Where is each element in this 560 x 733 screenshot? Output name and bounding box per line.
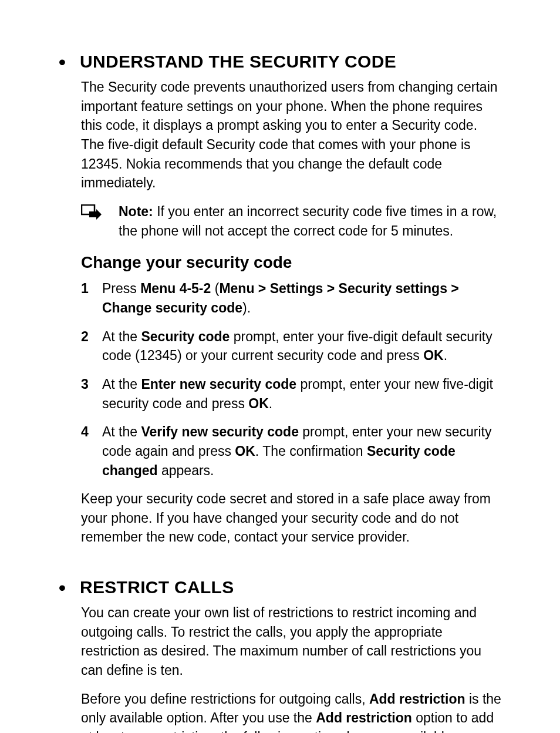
bold: Add restriction xyxy=(316,710,412,725)
restrict-p1: You can create your own list of restrict… xyxy=(58,603,502,680)
step-text: At the Verify new security code prompt, … xyxy=(102,422,502,480)
t: Press xyxy=(102,281,140,296)
heading-understand-security-code: • UNDERSTAND THE SECURITY CODE xyxy=(58,52,502,72)
step-3: 3 At the Enter new security code prompt,… xyxy=(81,375,502,413)
subheading-change-security-code: Change your security code xyxy=(58,253,502,272)
bullet-icon: • xyxy=(58,577,67,597)
t: appears. xyxy=(158,463,214,478)
t: At the xyxy=(102,329,141,344)
note-label: Note: xyxy=(119,204,153,219)
bold: Verify new security code xyxy=(141,424,298,439)
heading-text: UNDERSTAND THE SECURITY CODE xyxy=(80,52,396,72)
heading-restrict-calls: • RESTRICT CALLS xyxy=(58,577,502,597)
t: ( xyxy=(211,281,219,296)
step-2: 2 At the Security code prompt, enter you… xyxy=(81,327,502,365)
document-page: • UNDERSTAND THE SECURITY CODE The Secur… xyxy=(0,0,560,733)
step-text: At the Enter new security code prompt, e… xyxy=(102,375,502,413)
restrict-p2: Before you define restrictions for outgo… xyxy=(58,690,502,733)
t: . The confirmation xyxy=(255,443,367,459)
bold: Menu 4-5-2 xyxy=(140,281,211,296)
heading-text: RESTRICT CALLS xyxy=(80,577,234,597)
step-number: 1 xyxy=(81,279,102,298)
bold: Add restriction xyxy=(369,691,465,707)
t: . xyxy=(269,396,272,411)
bullet-icon: • xyxy=(58,52,67,72)
after-steps-paragraph: Keep your security code secret and store… xyxy=(58,489,502,547)
step-1: 1 Press Menu 4-5-2 (Menu > Settings > Se… xyxy=(81,279,502,317)
note-arrow-icon xyxy=(81,204,102,222)
step-number: 4 xyxy=(81,422,102,442)
bold: OK xyxy=(423,348,444,363)
step-text: At the Security code prompt, enter your … xyxy=(102,327,502,365)
note-text: Note: If you enter an incorrect security… xyxy=(119,202,502,240)
bold: OK xyxy=(248,396,269,411)
bold: Security code xyxy=(141,329,230,344)
steps-list: 1 Press Menu 4-5-2 (Menu > Settings > Se… xyxy=(58,279,502,480)
step-4: 4 At the Verify new security code prompt… xyxy=(81,422,502,480)
note-block: Note: If you enter an incorrect security… xyxy=(58,202,502,240)
svg-marker-1 xyxy=(89,209,102,220)
t: At the xyxy=(102,376,141,392)
step-number: 3 xyxy=(81,375,102,394)
bold: Enter new security code xyxy=(141,376,296,392)
intro-paragraph: The Security code prevents unauthorized … xyxy=(58,78,502,193)
note-body: If you enter an incorrect security code … xyxy=(119,204,497,238)
t: . xyxy=(444,348,447,363)
bold: OK xyxy=(235,443,255,459)
step-number: 2 xyxy=(81,327,102,347)
t: At the xyxy=(102,424,141,439)
t: Before you define restrictions for outgo… xyxy=(81,691,369,707)
t: ). xyxy=(242,300,251,315)
step-text: Press Menu 4-5-2 (Menu > Settings > Secu… xyxy=(102,279,502,317)
